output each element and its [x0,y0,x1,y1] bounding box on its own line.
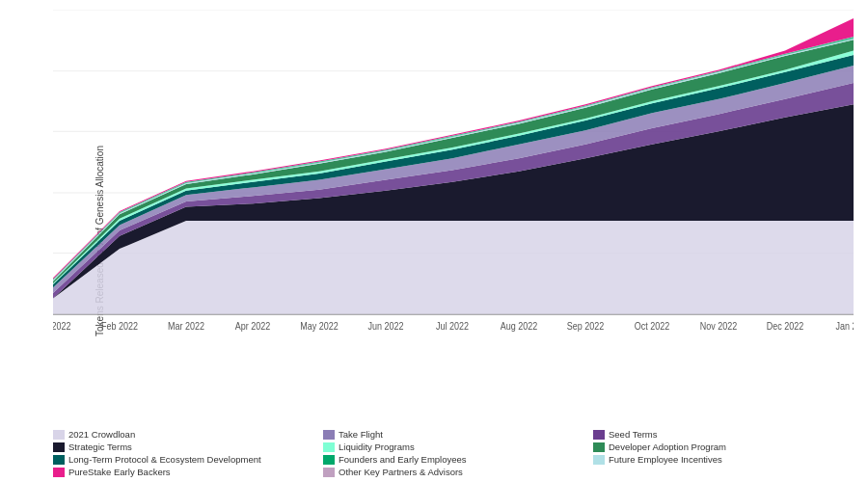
legend-label-crowdloan: 2021 Crowdloan [68,429,135,440]
svg-text:May 2022: May 2022 [300,320,338,332]
legend-swatch-dev-adoption [593,442,605,452]
svg-text:Nov 2022: Nov 2022 [700,320,737,332]
svg-text:Feb 2022: Feb 2022 [101,320,138,332]
svg-text:Jun 2022: Jun 2022 [368,320,404,332]
legend-item-purestake: PureStake Early Backers [53,467,313,477]
legend-item-future-employee: Future Employee Incentives [593,454,854,465]
legend-swatch-other-partners [323,468,335,477]
legend-swatch-takeflight [323,430,335,440]
legend-label-strategic: Strategic Terms [68,442,132,452]
svg-text:Aug 2022: Aug 2022 [501,320,537,332]
chart-area: 0% 10% 20% 30% 40% 60% 50% [53,10,854,376]
svg-marker-13 [53,221,854,314]
chart-container: Tokens Released as % of Genesis Allocati… [0,0,868,482]
svg-text:Jan 2022: Jan 2022 [53,320,70,332]
legend-label-other-partners: Other Key Partners & Advisors [339,467,463,477]
svg-text:Sep 2022: Sep 2022 [567,320,604,332]
svg-text:Jul 2022: Jul 2022 [436,320,469,332]
legend-item-seed: Seed Terms [593,429,854,440]
legend-swatch-crowdloan [53,430,65,440]
legend-swatch-founders [323,455,335,465]
legend-swatch-strategic [53,442,65,452]
svg-text:Jan 2023: Jan 2023 [836,320,854,332]
svg-text:Mar 2022: Mar 2022 [168,320,204,332]
stacked-area-chart: 0% 10% 20% 30% 40% 60% 50% [53,10,854,376]
svg-text:Dec 2022: Dec 2022 [767,320,803,332]
legend-item-crowdloan: 2021 Crowdloan [53,429,313,440]
legend-swatch-liquidity [323,442,335,452]
legend-label-dev-adoption: Developer Adoption Program [609,442,726,452]
legend-item-other-partners: Other Key Partners & Advisors [323,467,583,477]
legend-swatch-seed [593,430,605,440]
legend-label-seed: Seed Terms [609,429,658,440]
legend-label-purestake: PureStake Early Backers [68,467,171,477]
legend-item-longterm: Long-Term Protocol & Ecosystem Developme… [53,454,313,465]
legend-item-strategic: Strategic Terms [53,442,313,452]
legend-swatch-future-employee [593,455,605,465]
legend-item-founders: Founders and Early Employees [323,454,583,465]
legend-label-longterm: Long-Term Protocol & Ecosystem Developme… [68,454,261,465]
legend: 2021 Crowdloan Take Flight Seed Terms St… [53,429,854,477]
legend-label-future-employee: Future Employee Incentives [609,454,722,465]
legend-swatch-purestake [53,468,65,477]
legend-item-liquidity: Liquidity Programs [323,442,583,452]
svg-text:Oct 2022: Oct 2022 [635,320,669,332]
legend-label-founders: Founders and Early Employees [339,454,467,465]
legend-label-takeflight: Take Flight [339,429,383,440]
legend-item-dev-adoption: Developer Adoption Program [593,442,854,452]
legend-swatch-longterm [53,455,65,465]
legend-label-liquidity: Liquidity Programs [339,442,415,452]
svg-text:Apr 2022: Apr 2022 [235,320,270,332]
legend-item-takeflight: Take Flight [323,429,583,440]
